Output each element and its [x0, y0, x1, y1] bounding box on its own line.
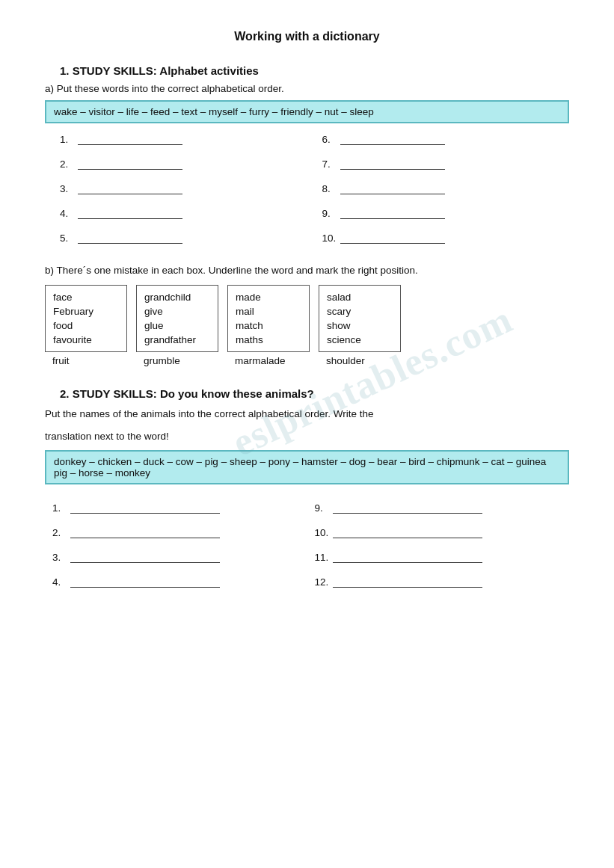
section2-lines-right: 9. 10. 11. 12. — [307, 502, 570, 601]
a-line-blank-12 — [333, 586, 482, 588]
a-line-blank-10 — [333, 537, 482, 538]
a-line-blank-11 — [333, 561, 482, 563]
box2-word2: give — [144, 304, 210, 318]
box2-outside: grumble — [136, 352, 188, 366]
line-item-9: 9. — [322, 208, 555, 219]
parta-instruction: a) Put these words into the correct alph… — [45, 83, 569, 94]
line-blank-4 — [78, 218, 182, 219]
line-blank-3 — [78, 193, 182, 194]
line-blank-1 — [78, 144, 182, 145]
box3-outside: marmalade — [227, 352, 293, 366]
line-blank-8 — [340, 193, 445, 194]
line-num-6: 6. — [322, 134, 340, 145]
a-line-blank-4 — [70, 586, 220, 588]
line-blank-5 — [78, 242, 182, 244]
box4: salad scary show science — [319, 285, 401, 352]
line-num-10: 10. — [322, 233, 340, 244]
line-item-5: 5. — [60, 233, 292, 244]
box4-container: salad scary show science shoulder — [319, 285, 401, 366]
box4-word3: show — [327, 318, 393, 333]
box3-word1: made — [236, 290, 301, 304]
a-line-item-4: 4. — [52, 576, 300, 588]
line-num-2: 2. — [60, 158, 78, 170]
a-line-blank-3 — [70, 561, 220, 563]
a-line-num-4: 4. — [52, 576, 70, 588]
a-line-num-11: 11. — [315, 552, 333, 563]
box4-word4: science — [327, 333, 393, 347]
line-num-3: 3. — [60, 183, 78, 194]
box3: made mail match maths — [227, 285, 310, 352]
line-num-8: 8. — [322, 183, 340, 194]
box3-container: made mail match maths marmalade — [227, 285, 310, 366]
line-blank-10 — [340, 242, 445, 244]
line-item-3: 3. — [60, 183, 292, 194]
line-item-7: 7. — [322, 158, 555, 170]
box1-container: face February food favourite fruit — [45, 285, 127, 366]
line-item-8: 8. — [322, 183, 555, 194]
a-line-item-9: 9. — [315, 502, 562, 514]
a-line-num-9: 9. — [315, 502, 333, 514]
a-line-blank-2 — [70, 537, 220, 538]
box1-word2: February — [53, 304, 119, 318]
box2-word4: grandfather — [144, 333, 210, 347]
section2-instruction1: Put the names of the animals into the co… — [45, 406, 569, 422]
line-num-4: 4. — [60, 208, 78, 219]
boxes-row: face February food favourite fruit grand… — [45, 285, 569, 366]
a-line-blank-1 — [70, 512, 220, 514]
parta-lines-left: 1. 2. 3. 4. 5. — [45, 134, 307, 257]
a-line-num-2: 2. — [52, 527, 70, 538]
a-line-num-10: 10. — [315, 527, 333, 538]
section1-header: 1. STUDY SKILLS: Alphabet activities — [60, 64, 569, 77]
box1-word3: food — [53, 318, 119, 333]
parta-lines-right: 6. 7. 8. 9. 10. — [307, 134, 570, 257]
box1-word4: favourite — [53, 333, 119, 347]
line-num-9: 9. — [322, 208, 340, 219]
line-blank-6 — [340, 144, 445, 145]
box2-word3: glue — [144, 318, 210, 333]
parta-words: wake – visitor – life – feed – text – my… — [45, 100, 569, 123]
a-line-item-1: 1. — [52, 502, 300, 514]
box2: grandchild give glue grandfather — [136, 285, 218, 352]
line-blank-9 — [340, 218, 445, 219]
line-num-7: 7. — [322, 158, 340, 170]
box4-word2: scary — [327, 304, 393, 318]
line-item-6: 6. — [322, 134, 555, 145]
partb-instruction: b) There´s one mistake in each box. Unde… — [45, 265, 569, 276]
a-line-blank-9 — [333, 512, 482, 514]
a-line-item-3: 3. — [52, 552, 300, 563]
a-line-num-1: 1. — [52, 502, 70, 514]
line-blank-7 — [340, 168, 445, 170]
box3-word3: match — [236, 318, 301, 333]
section2-instruction2: translation next to the word! — [45, 428, 569, 445]
section2-lines-left: 1. 2. 3. 4. — [45, 502, 307, 601]
box2-container: grandchild give glue grandfather grumble — [136, 285, 218, 366]
line-item-4: 4. — [60, 208, 292, 219]
line-item-2: 2. — [60, 158, 292, 170]
box1-outside: fruit — [45, 352, 77, 366]
a-line-num-3: 3. — [52, 552, 70, 563]
a-line-num-12: 12. — [315, 576, 333, 588]
line-item-1: 1. — [60, 134, 292, 145]
a-line-item-2: 2. — [52, 527, 300, 538]
section2-lines: 1. 2. 3. 4. 9. — [45, 502, 569, 601]
a-line-item-10: 10. — [315, 527, 562, 538]
box4-word1: salad — [327, 290, 393, 304]
section2-header: 2. STUDY SKILLS: Do you know these anima… — [60, 387, 569, 400]
page-title: Working with a dictionary — [45, 30, 569, 43]
line-item-10: 10. — [322, 233, 555, 244]
line-num-5: 5. — [60, 233, 78, 244]
line-num-1: 1. — [60, 134, 78, 145]
box3-word2: mail — [236, 304, 301, 318]
box1-word1: face — [53, 290, 119, 304]
box3-word4: maths — [236, 333, 301, 347]
section2: 2. STUDY SKILLS: Do you know these anima… — [45, 387, 569, 601]
a-line-item-12: 12. — [315, 576, 562, 588]
parta-lines: 1. 2. 3. 4. 5. 6. — [45, 134, 569, 257]
box4-outside: shoulder — [319, 352, 372, 366]
a-line-item-11: 11. — [315, 552, 562, 563]
box1: face February food favourite — [45, 285, 127, 352]
section2-words: donkey – chicken – duck – cow – pig – sh… — [45, 450, 569, 484]
box2-word1: grandchild — [144, 290, 210, 304]
line-blank-2 — [78, 168, 182, 170]
